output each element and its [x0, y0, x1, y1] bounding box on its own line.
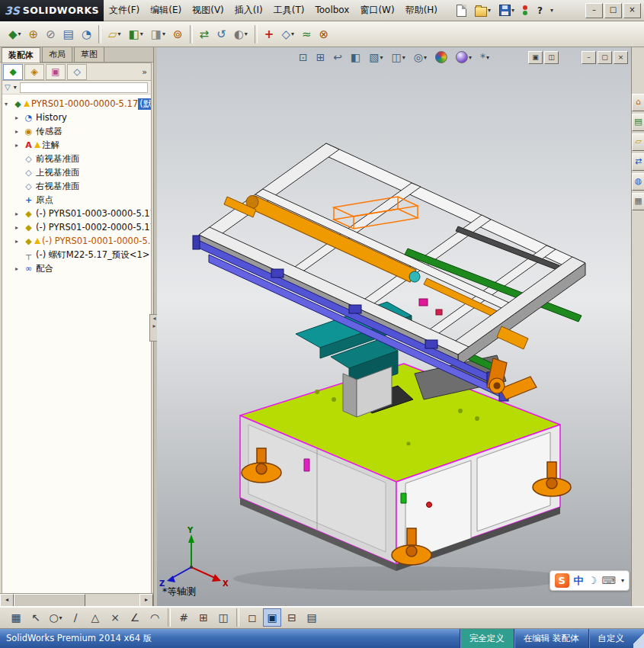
edit-appearance-icon[interactable] — [434, 50, 449, 64]
help-button[interactable]: ? — [533, 5, 547, 16]
scrollbar-thumb[interactable] — [14, 594, 85, 607]
ime-keyboard-icon[interactable]: ⌨ — [601, 575, 616, 586]
menu-edit[interactable]: 编辑(E) — [145, 0, 187, 21]
doc-minimize-button[interactable]: – — [582, 51, 596, 64]
section-view-icon[interactable]: ◧ — [349, 50, 362, 64]
tree-item-screw-m22[interactable]: ┬ (-) 螺钉M22-5.17_预设<1> — [2, 248, 151, 261]
scroll-right-arrow[interactable]: ▸ — [139, 594, 153, 607]
maximize-button[interactable]: □ — [604, 3, 622, 18]
appearances-scenes-icon[interactable]: ◍ — [632, 173, 644, 191]
wireframe-display-icon[interactable]: ◻ — [243, 608, 261, 627]
tree-item-component-0002[interactable]: ▸ ◆ (-) PYRS01-0002-0000-5.17_ — [2, 220, 151, 234]
expand-arrow[interactable]: ▸ — [15, 128, 24, 135]
display-style-icon[interactable]: ◫▾ — [390, 50, 407, 64]
arc-tool-icon[interactable]: ◠ — [146, 608, 164, 627]
shaded-display-icon[interactable]: ▣ — [263, 608, 281, 627]
tree-horizontal-scrollbar[interactable]: ◂ ▸ — [0, 593, 153, 606]
no-preview-icon[interactable]: ⊘ — [43, 24, 59, 44]
menu-help[interactable]: 帮助(H) — [400, 0, 443, 21]
large-design-review-icon[interactable]: ◨▾ — [148, 24, 168, 44]
linear-pattern-icon[interactable]: ⊞ — [194, 608, 213, 627]
edit-component-icon[interactable]: ◧▾ — [126, 24, 146, 44]
mirror-entities-icon[interactable]: ◫ — [214, 608, 232, 627]
propertymanager-tab[interactable]: ◈ — [24, 64, 44, 80]
options-indicator-icon[interactable] — [523, 5, 527, 15]
graphics-viewport[interactable]: Y X Z ⊡ ⊞ ↩ ◧ ▧▾ ◫▾ ◎▾ ▾ *▾ ▣ ◫ – ▢ × *等… — [157, 47, 631, 606]
tree-item-root[interactable]: ▾ ◆ PYRS01-0000-0000-5.17 (默 — [2, 97, 151, 111]
zoom-area-icon[interactable]: ⊞ — [315, 50, 327, 64]
insert-components-icon[interactable]: ◆▾ — [5, 24, 24, 44]
tree-item-annotations[interactable]: ▸ A 注解 — [2, 138, 151, 152]
grid-system-icon[interactable]: ▦ — [7, 608, 25, 627]
help-dropdown-arrow[interactable]: ▾ — [550, 7, 553, 14]
resize-grip[interactable] — [633, 629, 644, 648]
zoom-fit-icon[interactable]: ⊡ — [297, 50, 309, 64]
tree-item-mates[interactable]: ▸ ∞ 配合 — [2, 261, 151, 275]
ime-moon-icon[interactable]: ☽ — [588, 575, 598, 586]
status-custom[interactable]: 自定义 — [588, 629, 634, 648]
scroll-left-arrow[interactable]: ◂ — [0, 594, 14, 607]
filter-dropdown-arrow[interactable]: ▾ — [14, 84, 17, 91]
smart-fasteners-icon[interactable]: ⊚ — [170, 24, 186, 44]
toolbox-icon[interactable]: ⇄ — [632, 153, 644, 171]
expand-arrow[interactable]: ▸ — [15, 265, 24, 272]
minimize-button[interactable]: – — [585, 3, 603, 18]
save-document-icon[interactable]: ▾ — [496, 2, 517, 18]
angle-dimension-icon[interactable]: ∠ — [126, 608, 144, 627]
tree-item-top-plane[interactable]: ◇ 上视基准面 — [2, 165, 151, 179]
bill-of-materials-icon[interactable]: ▤ — [60, 24, 77, 44]
view-settings-icon[interactable]: *▾ — [479, 50, 491, 64]
select-icon[interactable]: ↖ — [27, 608, 45, 627]
configurationmanager-tab[interactable]: ▣ — [46, 64, 66, 80]
menu-toolbox[interactable]: Toolbox — [309, 0, 354, 21]
polygon-tool-icon[interactable]: △ — [86, 608, 104, 627]
expand-arrow[interactable]: ▸ — [15, 238, 24, 245]
move-component-icon[interactable]: ⇄ — [197, 24, 213, 44]
hide-show-components-icon[interactable]: ◐▾ — [231, 24, 251, 44]
tree-item-component-0001[interactable]: ▸ ◆ (-) PYRS01-0001-0000-5. — [2, 234, 151, 248]
view-orientation-icon[interactable]: ▧▾ — [367, 50, 384, 64]
ime-language-indicator[interactable]: 中 — [574, 574, 584, 588]
hide-show-items-icon[interactable]: ◎▾ — [412, 50, 428, 64]
menu-file[interactable]: 文件(F) — [104, 0, 145, 21]
rollback-icon[interactable]: ◔ — [78, 24, 95, 44]
ime-menu-arrow[interactable]: ▾ — [621, 577, 624, 584]
assembly-features-icon[interactable]: + — [261, 24, 277, 44]
tree-item-origin[interactable]: + 原点 — [2, 193, 151, 207]
split-window-icon[interactable]: ◫ — [544, 51, 559, 64]
custom-properties-icon[interactable]: ▦ — [632, 193, 644, 210]
featuremanager-tree-tab[interactable]: ◆ — [3, 64, 23, 80]
tree-item-front-plane[interactable]: ◇ 前视基准面 — [2, 152, 151, 165]
close-button[interactable]: × — [623, 3, 641, 18]
rotate-component-icon[interactable]: ↺ — [213, 24, 229, 44]
line-tool-icon[interactable]: ∕ — [66, 608, 85, 627]
pane-overflow-chevron[interactable]: » — [142, 67, 151, 77]
dimxpertmanager-tab[interactable]: ◇ — [67, 64, 87, 80]
home-icon[interactable]: ⌂ — [632, 94, 644, 111]
apply-scene-icon[interactable]: ▾ — [454, 50, 473, 64]
file-explorer-icon[interactable]: ▱ — [632, 133, 644, 151]
menu-insert[interactable]: 插入(I) — [229, 0, 268, 21]
doc-restore-button[interactable]: ▢ — [598, 51, 612, 64]
filter-input[interactable] — [20, 82, 148, 93]
tree-item-sensors[interactable]: ▸ ◉ 传感器 — [2, 124, 151, 138]
menu-window[interactable]: 窗口(W) — [354, 0, 399, 21]
tab-layout[interactable]: 布局 — [42, 47, 72, 62]
expand-arrow[interactable]: ▸ — [15, 142, 24, 149]
tree-item-history[interactable]: ▸ ◔ History — [2, 111, 151, 124]
previous-view-icon[interactable]: ↩ — [332, 50, 344, 64]
doc-close-button[interactable]: × — [614, 51, 628, 64]
point-tool-icon[interactable]: × — [106, 608, 124, 627]
open-part-icon[interactable]: ▱▾ — [105, 24, 124, 44]
expand-arrow[interactable]: ▸ — [15, 114, 24, 121]
expand-arrow[interactable]: ▸ — [15, 224, 24, 231]
model-canvas[interactable]: Y X Z — [157, 47, 631, 606]
section-display-icon[interactable]: ⊟ — [283, 608, 301, 627]
sogou-logo-icon[interactable]: S — [555, 573, 569, 588]
open-document-icon[interactable]: ▾ — [472, 2, 494, 19]
filter-funnel-icon[interactable]: ▽ — [2, 83, 13, 91]
tab-sketch[interactable]: 草图 — [74, 47, 104, 62]
menu-view[interactable]: 视图(V) — [187, 0, 229, 21]
circle-tool-icon[interactable]: ○▾ — [46, 608, 65, 627]
tree-item-right-plane[interactable]: ◇ 右视基准面 — [2, 179, 151, 193]
